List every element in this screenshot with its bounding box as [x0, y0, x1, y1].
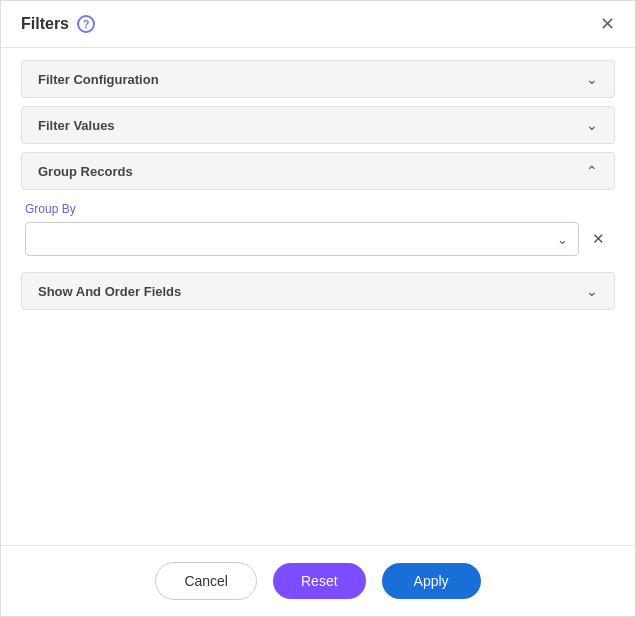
apply-button[interactable]: Apply [382, 563, 481, 599]
modal-header: Filters ? ✕ [1, 1, 635, 48]
modal-body: Filter Configuration ⌄ Filter Values ⌄ G… [1, 48, 635, 545]
section-filter-values: Filter Values ⌄ [21, 106, 615, 144]
close-icon[interactable]: ✕ [600, 15, 615, 33]
section-header-show-order-fields[interactable]: Show And Order Fields ⌄ [21, 272, 615, 310]
section-header-filter-configuration[interactable]: Filter Configuration ⌄ [21, 60, 615, 98]
select-chevron-icon: ⌄ [557, 232, 568, 247]
filters-modal: Filters ? ✕ Filter Configuration ⌄ Filte… [0, 0, 636, 617]
cancel-button[interactable]: Cancel [155, 562, 257, 600]
section-title-show-order-fields: Show And Order Fields [38, 284, 181, 299]
chevron-down-icon: ⌄ [586, 283, 598, 299]
chevron-down-icon: ⌄ [586, 71, 598, 87]
section-group-records: Group Records ⌃ Group By ⌄ ✕ [21, 152, 615, 264]
modal-title: Filters [21, 15, 69, 33]
clear-icon: ✕ [592, 230, 605, 248]
reset-button[interactable]: Reset [273, 563, 366, 599]
section-header-filter-values[interactable]: Filter Values ⌄ [21, 106, 615, 144]
group-by-row: ⌄ ✕ [25, 222, 611, 256]
group-records-body: Group By ⌄ ✕ [21, 190, 615, 264]
chevron-down-icon: ⌄ [586, 117, 598, 133]
group-by-label: Group By [25, 202, 611, 216]
section-title-filter-configuration: Filter Configuration [38, 72, 159, 87]
chevron-up-icon: ⌃ [586, 163, 598, 179]
help-icon[interactable]: ? [77, 15, 95, 33]
group-by-clear-button[interactable]: ✕ [585, 226, 611, 252]
modal-footer: Cancel Reset Apply [1, 545, 635, 616]
group-by-select[interactable]: ⌄ [25, 222, 579, 256]
section-filter-configuration: Filter Configuration ⌄ [21, 60, 615, 98]
section-title-filter-values: Filter Values [38, 118, 115, 133]
section-header-group-records[interactable]: Group Records ⌃ [21, 152, 615, 190]
section-show-order-fields: Show And Order Fields ⌄ [21, 272, 615, 310]
section-title-group-records: Group Records [38, 164, 133, 179]
